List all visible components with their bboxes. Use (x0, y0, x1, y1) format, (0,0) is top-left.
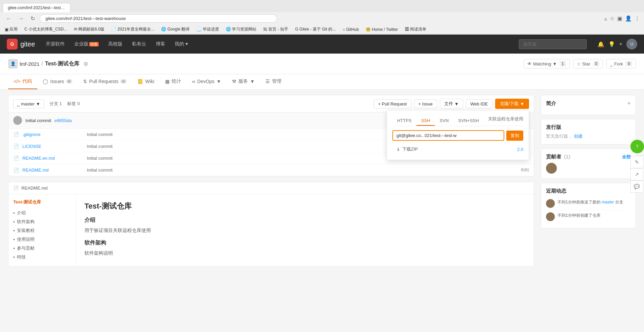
intro-add-button[interactable]: + (627, 100, 631, 107)
tab-stats[interactable]: ▦ 统计 (160, 74, 187, 89)
gitee-logo[interactable]: G gitee (7, 39, 35, 50)
contributors-all-link[interactable]: 全部 (622, 154, 631, 160)
commit-hash[interactable]: e9655da (55, 118, 72, 123)
repo-separator: / (41, 61, 43, 67)
nav-private-cloud[interactable]: 私有云 (128, 39, 150, 49)
nav-blog[interactable]: 博客 (152, 39, 169, 49)
tab-issues[interactable]: ◯ Issues 0 (37, 74, 78, 89)
clone-tab-ssh[interactable]: SSH (416, 116, 435, 126)
readme-nav-item-contrib[interactable]: 参与贡献 (13, 244, 71, 253)
recent-activity-section: 近期动态 不到1分钟前推送了新的 master 分支 不到1分钟前创建了仓库 (541, 183, 636, 228)
tab-services[interactable]: ⚒ 服务 ▼ (227, 74, 260, 89)
comment-float-button[interactable]: 💬 (630, 180, 643, 193)
bookmark-mail[interactable]: ✉ 网易邮箱6.0版 (72, 26, 106, 33)
bookmark-twitter[interactable]: 🧐 Home / Twitter (364, 26, 400, 33)
floating-actions: ? ✎ ↗ 💬 (630, 140, 644, 193)
contributor-avatar[interactable] (546, 163, 557, 174)
repo-owner-icon: 👤 (8, 59, 18, 69)
clone-copy-button[interactable]: 复制 (506, 131, 523, 141)
back-button[interactable]: ← (4, 15, 14, 22)
bookmark-2021[interactable]: 📄 2021年度全网最全... (109, 26, 156, 33)
readme-header: 📄 README.md (8, 182, 534, 194)
address-bar[interactable]: gitee.com/lmf-2021/test---test-warehouse (40, 14, 277, 23)
download-icon: ⇓ (396, 147, 400, 152)
readme-nav-item-usage[interactable]: 使用说明 (13, 235, 71, 244)
repo-toolbar: ⎯ master ▼ 分支 1 标签 0 + Pull Request + Is… (8, 95, 534, 113)
releases-title-row: 发行版 (546, 124, 631, 131)
edit-float-button[interactable]: ✎ (630, 156, 643, 168)
branch-selector[interactable]: ⎯ master ▼ (13, 99, 44, 109)
clone-panel: HTTPS SSH SVN SVN+SSH 关联远程仓库使用 git@gitee… (387, 110, 529, 160)
header-search-input[interactable] (519, 39, 587, 49)
clone-dropdown-container: 克隆/下载 ▼ HTTPS SSH SVN SVN+SSH 关联远程仓库使用 (495, 99, 529, 109)
create-release-link[interactable]: 创建 (574, 134, 583, 139)
readme-body: Test-测试仓库 介绍 软件架构 安装教程 使用说明 参与贡献 特技 Test… (8, 194, 534, 266)
readme-nav-item-intro[interactable]: 介绍 (13, 209, 71, 217)
fork-count: 0 (626, 61, 632, 66)
tab-pullrequests[interactable]: ⇅ Pull Requests 0 (78, 74, 132, 89)
web-ide-button[interactable]: Web IDE (466, 99, 492, 109)
contributors-list (546, 163, 631, 174)
file-name-gitignore[interactable]: .gitignore (22, 132, 83, 137)
clone-associate-link[interactable]: 关联远程仓库使用 (488, 116, 523, 126)
readme-section: 📄 README.md Test-测试仓库 介绍 软件架构 安装教程 使用说明 … (8, 182, 534, 267)
clone-button[interactable]: 克隆/下载 ▼ (495, 99, 529, 109)
bookmark-github[interactable]: ○ GitHub (340, 26, 361, 33)
nav-university[interactable]: 高校版 (104, 39, 126, 49)
profile-icon[interactable]: 👤 (625, 15, 632, 22)
file-name-license[interactable]: LICENSE (22, 144, 83, 149)
bookmark-apps[interactable]: ▣ 应用 (3, 26, 20, 33)
issue-button[interactable]: + Issue (414, 99, 437, 109)
help-button[interactable]: ? (630, 140, 644, 153)
bookmark-resources[interactable]: 🌐 学习资源网站 (224, 26, 258, 33)
user-avatar[interactable]: U (626, 39, 637, 50)
nav-open-source[interactable]: 开源软件 (42, 39, 69, 49)
forward-button[interactable]: → (16, 15, 26, 22)
refresh-button[interactable]: ↻ (28, 15, 37, 22)
bulb-icon[interactable]: 💡 (608, 41, 615, 47)
browser-tabs: gitee.com/lmf-2021/test---test-warehouse (0, 0, 644, 12)
activity-branch-link[interactable]: master (602, 200, 614, 204)
share-float-button[interactable]: ↗ (630, 168, 643, 180)
bookmark-progress[interactable]: 📃 毕设进度 (194, 26, 221, 33)
file-button[interactable]: 文件 ▼ (440, 99, 463, 109)
watching-button[interactable]: 👁 Watching ▼ 1 (524, 59, 570, 69)
readme-filename: README.md (21, 185, 47, 191)
add-icon[interactable]: + (619, 41, 622, 47)
tab-wiki[interactable]: 📒 Wiki (132, 74, 159, 89)
repo-settings-icon[interactable]: ⚙ (83, 61, 88, 67)
repo-owner-name[interactable]: lmf-2021 (20, 61, 39, 67)
clone-tab-https[interactable]: HTTPS (392, 116, 416, 126)
bookmark-readlist[interactable]: ☰ 阅读清单 (403, 26, 428, 33)
browser-tab-active[interactable]: gitee.com/lmf-2021/test---test-warehouse (3, 3, 71, 12)
bookmark-zhihu[interactable]: 知 首页 - 知乎 (261, 26, 290, 33)
file-name-readme[interactable]: README.md (22, 168, 83, 173)
readme-nav-item-skills[interactable]: 特技 (13, 253, 71, 261)
fork-button[interactable]: ⎯ Fork 0 (606, 59, 636, 69)
tab-manage[interactable]: ☰ 管理 (260, 74, 287, 89)
bookmark-blog[interactable]: C 小优太的博客_CSD... (22, 26, 69, 33)
nav-enterprise[interactable]: 企业版特惠 (70, 39, 103, 49)
bookmark-translate[interactable]: 🌐 Google 翻译 (159, 26, 192, 33)
repo-name[interactable]: Test-测试仓库 (45, 60, 79, 67)
cast-icon[interactable]: ▵ (604, 15, 607, 22)
file-name-readme-en[interactable]: README.en.md (22, 156, 83, 161)
star-button[interactable]: ☆ Star 0 (573, 59, 603, 69)
clone-tab-svnssh[interactable]: SVN+SSH (453, 116, 484, 126)
extensions-icon[interactable]: ▣ (617, 15, 622, 22)
clone-tab-svn[interactable]: SVN (435, 116, 453, 126)
readme-nav-item-install[interactable]: 安装教程 (13, 226, 71, 235)
releases-section: 发行版 暂无发行版， 创建 (541, 119, 636, 144)
tab-devops[interactable]: ∞ DevOps ▼ (187, 74, 227, 89)
pull-request-button[interactable]: + Pull Request (374, 99, 411, 109)
menu-icon[interactable]: ⋮ (635, 15, 640, 22)
share-icon: ↗ (635, 172, 639, 177)
clone-url-input[interactable]: git@gitee.co...021/test---test-w (392, 130, 504, 141)
clone-download-button[interactable]: ⇓ 下载ZIP (392, 144, 422, 154)
tab-code[interactable]: </> 代码 (8, 74, 37, 89)
star-icon[interactable]: ☆ (610, 15, 614, 22)
readme-nav-item-arch[interactable]: 软件架构 (13, 217, 71, 226)
bookmark-gitee[interactable]: G Gitee - 基于 Git 的... (293, 26, 338, 33)
nav-mine[interactable]: 我的 ▾ (171, 39, 192, 49)
notification-icon[interactable]: 🔔 (598, 41, 604, 47)
